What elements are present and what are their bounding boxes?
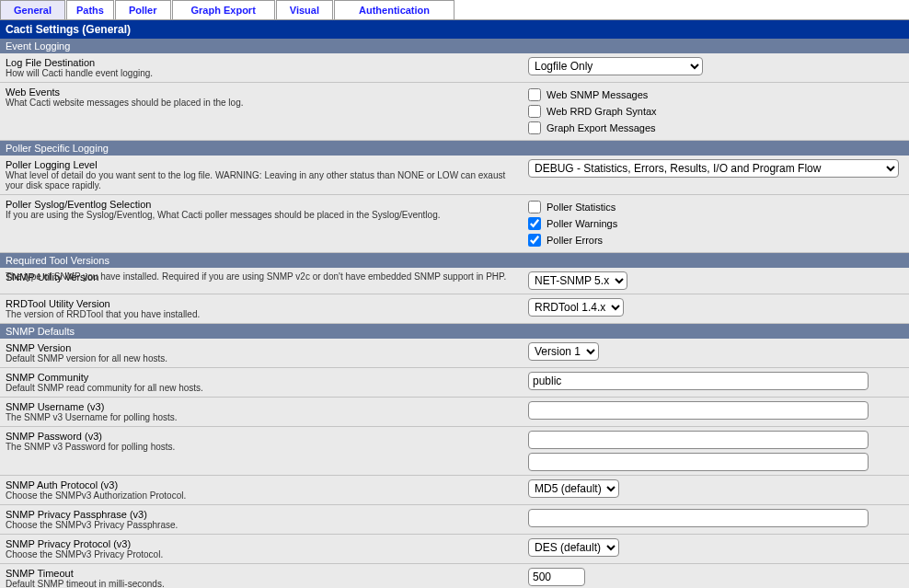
row-web-events: Web Events What Cacti website messages s… bbox=[0, 83, 909, 141]
row-snmp-util: SNMP Utility Version The type of SNMP yo… bbox=[0, 268, 909, 294]
snmp-auth-select[interactable]: MD5 (default) bbox=[528, 479, 619, 498]
web-events-label: Web Events bbox=[6, 86, 517, 98]
section-required-tool: Required Tool Versions bbox=[0, 253, 909, 268]
log-dest-label: Log File Destination bbox=[6, 57, 517, 68]
row-poller-syslog: Poller Syslog/Eventlog Selection If you … bbox=[0, 195, 909, 253]
row-poller-level: Poller Logging Level What level of detai… bbox=[0, 156, 909, 195]
snmp-priv-proto-label: SNMP Privacy Protocol (v3) bbox=[6, 538, 517, 549]
snmp-password-desc: The SNMP v3 Password for polling hosts. bbox=[6, 442, 517, 452]
snmp-community-desc: Default SNMP read community for all new … bbox=[6, 383, 517, 393]
snmp-auth-label: SNMP Auth Protocol (v3) bbox=[6, 479, 517, 490]
tab-visual[interactable]: Visual bbox=[276, 0, 333, 19]
tab-paths[interactable]: Paths bbox=[66, 0, 114, 19]
web-events-desc: What Cacti website messages should be pl… bbox=[6, 98, 517, 108]
section-poller-logging: Poller Specific Logging bbox=[0, 141, 909, 156]
chk-poller-warnings[interactable] bbox=[528, 217, 541, 230]
snmp-version-select[interactable]: Version 1 bbox=[528, 342, 599, 361]
snmp-priv-proto-select[interactable]: DES (default) bbox=[528, 538, 619, 557]
tab-graph-export[interactable]: Graph Export bbox=[172, 0, 275, 19]
snmp-password-input[interactable] bbox=[528, 431, 869, 449]
row-snmp-priv-proto: SNMP Privacy Protocol (v3) Choose the SN… bbox=[0, 535, 909, 564]
snmp-version-label: SNMP Version bbox=[6, 342, 517, 353]
log-dest-desc: How will Cacti handle event logging. bbox=[6, 68, 517, 78]
rrd-util-desc: The version of RRDTool that you have ins… bbox=[6, 309, 517, 319]
snmp-community-input[interactable] bbox=[528, 372, 869, 390]
snmp-username-desc: The SNMP v3 Username for polling hosts. bbox=[6, 412, 517, 422]
tab-bar: General Paths Poller Graph Export Visual… bbox=[0, 0, 909, 20]
rrd-util-label: RRDTool Utility Version bbox=[6, 298, 517, 309]
chk-poller-errors-label: Poller Errors bbox=[547, 235, 603, 246]
poller-level-select[interactable]: DEBUG - Statistics, Errors, Results, I/O… bbox=[528, 159, 899, 178]
log-dest-select[interactable]: Logfile Only bbox=[528, 57, 703, 75]
snmp-community-label: SNMP Community bbox=[6, 372, 517, 383]
snmp-priv-proto-desc: Choose the SNMPv3 Privacy Protocol. bbox=[6, 549, 517, 559]
row-snmp-priv-pass: SNMP Privacy Passphrase (v3) Choose the … bbox=[0, 505, 909, 535]
snmp-priv-pass-input[interactable] bbox=[528, 509, 869, 527]
snmp-util-select[interactable]: NET-SNMP 5.x bbox=[528, 271, 627, 290]
row-snmp-password: SNMP Password (v3) The SNMP v3 Password … bbox=[0, 427, 909, 476]
row-snmp-version: SNMP Version Default SNMP version for al… bbox=[0, 339, 909, 368]
snmp-username-input[interactable] bbox=[528, 401, 869, 420]
chk-poller-errors[interactable] bbox=[528, 234, 541, 247]
snmp-priv-pass-desc: Choose the SNMPv3 Privacy Passphrase. bbox=[6, 520, 517, 530]
snmp-username-label: SNMP Username (v3) bbox=[6, 401, 517, 412]
chk-web-rrd-label: Web RRD Graph Syntax bbox=[547, 106, 657, 117]
row-log-dest: Log File Destination How will Cacti hand… bbox=[0, 53, 909, 83]
row-rrd-util: RRDTool Utility Version The version of R… bbox=[0, 294, 909, 324]
snmp-timeout-input[interactable] bbox=[528, 568, 585, 586]
snmp-util-desc2: The type of SNMP you have installed. Req… bbox=[6, 271, 517, 282]
row-snmp-timeout: SNMP Timeout Default SNMP timeout in mil… bbox=[0, 564, 909, 588]
chk-web-rrd[interactable] bbox=[528, 105, 541, 118]
snmp-version-desc: Default SNMP version for all new hosts. bbox=[6, 353, 517, 363]
row-snmp-auth: SNMP Auth Protocol (v3) Choose the SNMPv… bbox=[0, 476, 909, 505]
chk-web-snmp-label: Web SNMP Messages bbox=[547, 89, 648, 100]
poller-level-label: Poller Logging Level bbox=[6, 159, 517, 170]
chk-graph-export-label: Graph Export Messages bbox=[547, 122, 656, 133]
snmp-auth-desc: Choose the SNMPv3 Authorization Protocol… bbox=[6, 490, 517, 501]
section-event-logging: Event Logging bbox=[0, 39, 909, 53]
snmp-timeout-label: SNMP Timeout bbox=[6, 568, 517, 579]
poller-syslog-label: Poller Syslog/Eventlog Selection bbox=[6, 199, 517, 210]
chk-poller-stats[interactable] bbox=[528, 201, 541, 213]
row-snmp-community: SNMP Community Default SNMP read communi… bbox=[0, 368, 909, 398]
snmp-password-label: SNMP Password (v3) bbox=[6, 431, 517, 442]
tab-poller[interactable]: Poller bbox=[115, 0, 171, 19]
snmp-password-confirm-input[interactable] bbox=[528, 453, 869, 471]
chk-graph-export[interactable] bbox=[528, 121, 541, 134]
rrd-util-select[interactable]: RRDTool 1.4.x bbox=[528, 298, 624, 317]
snmp-priv-pass-label: SNMP Privacy Passphrase (v3) bbox=[6, 509, 517, 520]
snmp-timeout-desc: Default SNMP timeout in milli-seconds. bbox=[6, 579, 517, 588]
chk-poller-stats-label: Poller Statistics bbox=[547, 202, 616, 213]
section-snmp-defaults: SNMP Defaults bbox=[0, 324, 909, 339]
tab-authentication[interactable]: Authentication bbox=[334, 0, 454, 19]
tab-general[interactable]: General bbox=[0, 0, 65, 19]
chk-poller-warnings-label: Poller Warnings bbox=[547, 218, 617, 229]
page-title: Cacti Settings (General) bbox=[0, 20, 909, 39]
poller-level-desc: What level of detail do you want sent to… bbox=[6, 170, 517, 190]
poller-syslog-desc: If you are using the Syslog/Eventlog, Wh… bbox=[6, 210, 517, 220]
row-snmp-username: SNMP Username (v3) The SNMP v3 Username … bbox=[0, 398, 909, 427]
chk-web-snmp[interactable] bbox=[528, 88, 541, 101]
